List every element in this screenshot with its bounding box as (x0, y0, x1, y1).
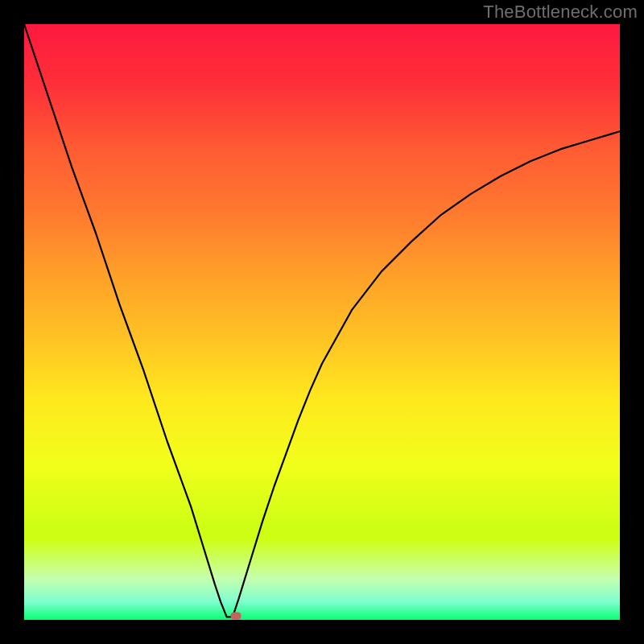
minimum-marker (231, 612, 242, 619)
plot-area (24, 24, 620, 620)
watermark-text: TheBottleneck.com (483, 2, 638, 23)
data-curve (24, 24, 620, 620)
chart-frame: TheBottleneck.com (0, 0, 644, 644)
